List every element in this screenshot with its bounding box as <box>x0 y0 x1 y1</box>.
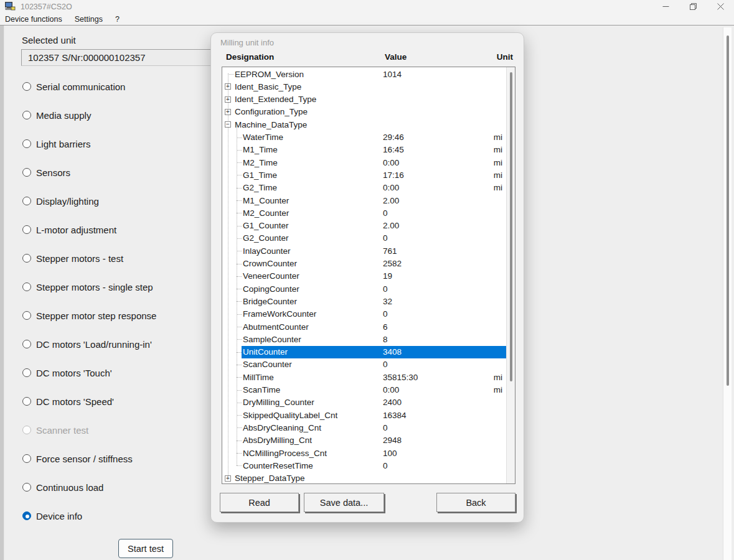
radio-icon[interactable] <box>22 168 31 177</box>
menu-settings[interactable]: Settings <box>68 15 109 24</box>
radio-icon[interactable] <box>22 197 31 205</box>
radio-option-dc-motors-speed[interactable]: DC motors 'Speed' <box>22 387 222 416</box>
tree-row-drymilling-counter[interactable]: DryMilling_Counter2400 <box>222 396 515 409</box>
radio-icon[interactable] <box>22 82 31 91</box>
tree-row-scantime[interactable]: ScanTime0:00mi <box>222 384 515 396</box>
radio-icon[interactable] <box>22 311 31 320</box>
tree-row-absdrymilling-cnt[interactable]: AbsDryMilling_Cnt2948 <box>222 434 515 447</box>
tree-row-value: 2.00 <box>383 196 399 205</box>
tree-row-eeprom-version[interactable]: EEPROM_Version1014 <box>222 68 515 80</box>
tree-connector <box>237 200 242 201</box>
radio-option-label: Scanner test <box>36 425 88 436</box>
radio-icon[interactable] <box>22 254 31 263</box>
tree-row-ident-basic-type[interactable]: +Ident_Basic_Type <box>222 80 515 93</box>
radio-option-stepper-motors-test[interactable]: Stepper motors - test <box>22 244 222 273</box>
tree-row-crowncounter[interactable]: CrownCounter2582 <box>222 258 515 270</box>
tree-row-m1-counter[interactable]: M1_Counter2.00 <box>222 194 515 207</box>
radio-option-l-motor-adjustment[interactable]: L-motor adjustment <box>22 215 222 244</box>
radio-icon[interactable] <box>22 225 31 234</box>
tree-row-watertime[interactable]: WaterTime29:46mi <box>222 131 515 144</box>
radio-icon[interactable] <box>22 397 31 406</box>
radio-option-stepper-motors-single-step[interactable]: Stepper motors - single step <box>22 273 222 301</box>
menu-help[interactable]: ? <box>109 15 126 24</box>
tree-row-bridgecounter[interactable]: BridgeCounter32 <box>222 295 515 307</box>
restore-button[interactable] <box>679 0 707 13</box>
tree-connector <box>237 162 242 163</box>
radio-icon[interactable] <box>22 282 31 291</box>
tree-row-samplecounter[interactable]: SampleCounter8 <box>222 333 515 345</box>
radio-icon[interactable] <box>22 139 31 148</box>
radio-option-label: Display/lighting <box>36 196 99 207</box>
tree-row-machine-datatype[interactable]: −Machine_DataType <box>222 118 515 131</box>
tree-row-inlaycounter[interactable]: InlayCounter761 <box>222 245 515 257</box>
column-header-unit: Unit <box>497 52 513 62</box>
tree-row-abutmentcounter[interactable]: AbutmentCounter6 <box>222 320 515 333</box>
main-scrollbar-track[interactable] <box>723 27 732 560</box>
tree-row-value: 16384 <box>383 411 407 420</box>
radio-option-force-sensor-stiffness[interactable]: Force sensor / stiffness <box>22 444 222 473</box>
close-button[interactable] <box>707 0 734 13</box>
radio-icon[interactable] <box>22 368 31 377</box>
tree-row-copingcounter[interactable]: CopingCounter0 <box>222 282 515 295</box>
expand-icon[interactable]: + <box>225 83 231 90</box>
radio-option-stepper-motor-step-response[interactable]: Stepper motor step response <box>22 301 222 330</box>
tree-row-ident-extended-type[interactable]: +Ident_Extended_Type <box>222 93 515 106</box>
tree-row-band: M2_Time0:00mi <box>242 156 506 169</box>
tree-row-label: M1_Time <box>243 145 278 154</box>
radio-icon[interactable] <box>22 511 31 520</box>
start-test-button[interactable]: Start test <box>118 539 173 558</box>
radio-option-light-barriers[interactable]: Light barriers <box>22 129 222 158</box>
tree-row-m2-counter[interactable]: M2_Counter0 <box>222 207 515 219</box>
tree-row-absdrycleaning-cnt[interactable]: AbsDryCleaning_Cnt0 <box>222 421 515 434</box>
radio-option-dc-motors-touch[interactable]: DC motors 'Touch' <box>22 358 222 387</box>
selected-unit-field[interactable]: 102357 S/Nr:000000102357 <box>21 49 227 66</box>
tree-row-label: G2_Counter <box>243 233 289 243</box>
main-scrollbar-thumb[interactable] <box>727 35 729 386</box>
test-option-list: Serial communicationMedia supplyLight ba… <box>22 72 222 530</box>
radio-icon[interactable] <box>22 340 31 348</box>
radio-icon[interactable] <box>22 483 31 492</box>
save-data-button[interactable]: Save data... <box>304 493 384 512</box>
minimize-button[interactable] <box>652 0 679 13</box>
expand-icon[interactable]: + <box>225 109 231 115</box>
radio-option-dc-motors-load-running-in[interactable]: DC motors 'Load/running-in' <box>22 330 222 358</box>
tree-row-g2-time[interactable]: G2_Time0:00mi <box>222 182 515 194</box>
radio-option-serial-communication[interactable]: Serial communication <box>22 72 222 101</box>
read-button[interactable]: Read <box>220 493 299 512</box>
tree-row-ncmillingprocess-cnt[interactable]: NCMillingProcess_Cnt100 <box>222 447 515 459</box>
tree-row-unitcounter[interactable]: UnitCounter3408 <box>222 346 515 358</box>
menu-device-functions[interactable]: Device functions <box>0 15 68 24</box>
radio-option-sensors[interactable]: Sensors <box>22 158 222 187</box>
tree-row-milltime[interactable]: MillTime35815:30mi <box>222 371 515 383</box>
tree-row-g1-counter[interactable]: G1_Counter2.00 <box>222 220 515 232</box>
app-icon <box>5 2 16 11</box>
tree-row-label: G2_Time <box>243 183 277 192</box>
radio-icon[interactable] <box>22 454 31 463</box>
radio-option-display-lighting[interactable]: Display/lighting <box>22 187 222 215</box>
expand-icon[interactable]: + <box>225 475 231 482</box>
radio-option-continuous-load[interactable]: Continuous load <box>22 473 222 502</box>
tree-row-stepper-datatype[interactable]: +Stepper_DataType <box>222 472 515 484</box>
radio-icon[interactable] <box>22 111 31 119</box>
radio-option-device-info[interactable]: Device info <box>22 502 222 530</box>
tree-row-m2-time[interactable]: M2_Time0:00mi <box>222 156 515 169</box>
tree-row-veneercounter[interactable]: VeneerCounter19 <box>222 270 515 282</box>
tree-row-value: 16:45 <box>383 145 404 154</box>
tree-row-m1-time[interactable]: M1_Time16:45mi <box>222 144 515 156</box>
tree-row-band: Ident_Extended_Type <box>233 93 506 106</box>
back-button[interactable]: Back <box>436 493 515 512</box>
tree-row-g1-time[interactable]: G1_Time17:16mi <box>222 169 515 181</box>
tree-row-counterresettime[interactable]: CounterResetTime0 <box>222 459 515 472</box>
tree-row-frameworkcounter[interactable]: FrameWorkCounter0 <box>222 308 515 320</box>
tree-row-skippedqualitylabel-cnt[interactable]: SkippedQualityLabel_Cnt16384 <box>222 409 515 421</box>
radio-option-media-supply[interactable]: Media supply <box>22 101 222 129</box>
tree-row-configuration-type[interactable]: +Configuration_Type <box>222 106 515 118</box>
expand-icon[interactable]: + <box>225 96 231 103</box>
collapse-icon[interactable]: − <box>225 121 231 128</box>
tree-scrollbar-thumb[interactable] <box>510 72 512 381</box>
tree-row-value: 1014 <box>383 70 402 79</box>
tree-scrollbar-track[interactable] <box>506 67 515 483</box>
tree-row-scancounter[interactable]: ScanCounter0 <box>222 358 515 371</box>
tree-row-band: SkippedQualityLabel_Cnt16384 <box>242 409 506 421</box>
tree-row-g2-counter[interactable]: G2_Counter0 <box>222 232 515 245</box>
